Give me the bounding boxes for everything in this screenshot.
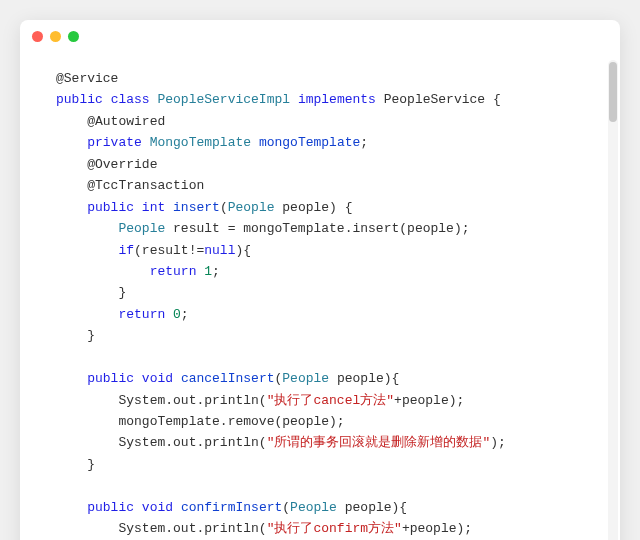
code-block: @Service public class PeopleServiceImpl … (28, 60, 612, 540)
code-token: @TccTransaction (87, 178, 204, 193)
code-window: @Service public class PeopleServiceImpl … (20, 20, 620, 540)
code-token: void (142, 371, 173, 386)
code-token: mongoTemplate (259, 135, 360, 150)
code-token: void (142, 500, 173, 515)
code-token: return (118, 307, 165, 322)
vertical-scrollbar-thumb[interactable] (609, 62, 617, 122)
code-token: People (228, 200, 275, 215)
code-container: @Service public class PeopleServiceImpl … (20, 52, 620, 540)
code-token: cancelInsert (181, 371, 275, 386)
code-token: People (290, 500, 337, 515)
code-token: 1 (204, 264, 212, 279)
code-token: PeopleServiceImpl (157, 92, 290, 107)
titlebar (20, 20, 620, 52)
code-token: "所谓的事务回滚就是删除新增的数据" (267, 435, 491, 450)
code-token: 0 (173, 307, 181, 322)
code-token: People (118, 221, 165, 236)
code-token: People (282, 371, 329, 386)
code-token: public (87, 500, 134, 515)
code-token: insert (173, 200, 220, 215)
code-token: @Autowired (87, 114, 165, 129)
code-scroll[interactable]: @Service public class PeopleServiceImpl … (20, 60, 620, 540)
code-token: null (204, 243, 235, 258)
code-token: public (56, 92, 103, 107)
code-token: "执行了confirm方法" (267, 521, 402, 536)
close-icon[interactable] (32, 31, 43, 42)
code-token: @Override (87, 157, 157, 172)
minimize-icon[interactable] (50, 31, 61, 42)
code-token: if (118, 243, 134, 258)
code-token: MongoTemplate (150, 135, 251, 150)
code-token: public (87, 200, 134, 215)
code-token: @Service (56, 71, 118, 86)
code-token: public (87, 371, 134, 386)
code-token: confirmInsert (181, 500, 282, 515)
code-token: class (111, 92, 150, 107)
maximize-icon[interactable] (68, 31, 79, 42)
code-token: int (142, 200, 165, 215)
vertical-scrollbar[interactable] (608, 60, 618, 540)
code-token: "执行了cancel方法" (267, 393, 394, 408)
code-token: return (150, 264, 197, 279)
code-token: implements (298, 92, 376, 107)
code-token: private (87, 135, 142, 150)
